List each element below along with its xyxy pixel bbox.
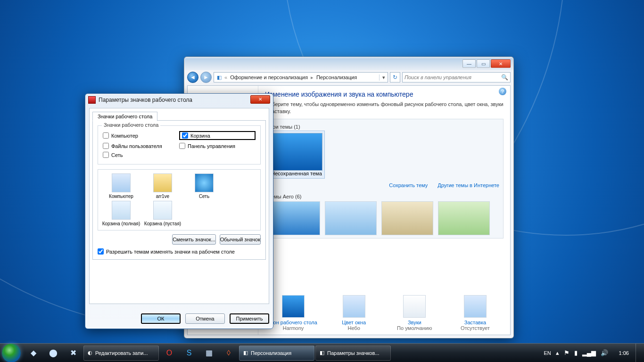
theme-item[interactable] — [325, 201, 377, 235]
sounds-link[interactable]: ЗвукиПо умолчанию — [386, 295, 443, 331]
more-themes-link[interactable]: Другие темы в Интернете — [438, 182, 499, 188]
pinned-opera-icon[interactable]: O — [160, 346, 179, 361]
theme-item[interactable] — [438, 201, 490, 235]
maximize-button[interactable]: ▭ — [477, 59, 490, 68]
aero-themes-label: Темы Aero (6) — [268, 194, 500, 199]
help-icon[interactable]: ? — [499, 88, 506, 95]
ok-button[interactable]: ОК — [141, 313, 181, 324]
search-input[interactable] — [405, 74, 501, 80]
task-personalization[interactable]: ◧Персонализация — [239, 346, 314, 361]
theme-name: Несохраненная тема — [271, 171, 322, 176]
tray-network-icon[interactable]: ▂▄▆ — [582, 349, 596, 356]
titlebar: — ▭ ✕ — [184, 57, 513, 70]
pinned-calculator-icon[interactable]: ▦ — [199, 346, 218, 361]
theme-thumb — [271, 133, 322, 171]
tab-desktop-icons[interactable]: Значки рабочего стола — [92, 112, 157, 121]
pinned-app-icon[interactable]: ✖ — [64, 346, 83, 361]
desktop-icons-dialog: Параметры значков рабочего стола ✕ Значк… — [85, 93, 273, 329]
allow-themes-checkbox[interactable]: Разрешить темам изменять значки на рабоч… — [98, 248, 261, 255]
search-box[interactable]: 🔍 — [402, 72, 511, 82]
apply-button[interactable]: Применить — [230, 313, 269, 324]
icon-computer[interactable]: Компьютер — [102, 173, 140, 199]
icon-recycle-full[interactable]: Корзина (полная) — [102, 201, 140, 226]
close-button[interactable]: ✕ — [491, 59, 511, 68]
pinned-steam-icon[interactable]: ◆ — [24, 346, 43, 361]
refresh-button[interactable]: ↻ — [390, 72, 400, 82]
tray-volume-icon[interactable]: 🔊 — [601, 349, 608, 356]
chk-control-panel[interactable]: Панель управления — [179, 143, 256, 149]
sounds-icon — [403, 295, 426, 318]
window-color-icon — [343, 295, 365, 318]
breadcrumb[interactable]: ◧ « Оформление и персонализация ▸ Персон… — [214, 72, 388, 82]
theme-item-selected[interactable]: Несохраненная тема — [268, 131, 325, 179]
dialog-close-button[interactable]: ✕ — [250, 95, 270, 104]
icon-recycle-empty[interactable]: Корзина (пустая) — [143, 201, 182, 226]
chk-user-files[interactable]: Файлы пользователя — [103, 143, 179, 149]
nav-bar: ◄ ► ◧ « Оформление и персонализация ▸ Пе… — [184, 70, 513, 84]
forward-button[interactable]: ► — [200, 72, 212, 83]
task-chrome[interactable]: ◐Редактировать запи... — [83, 346, 159, 361]
lang-indicator[interactable]: EN — [544, 350, 551, 356]
back-button[interactable]: ◄ — [187, 72, 198, 83]
screensaver-link[interactable]: ЗаставкаОтсутствует — [447, 295, 504, 331]
task-desktop-icons-dialog[interactable]: ◧Параметры значков... — [315, 346, 391, 361]
desktop-background-link[interactable]: Фон рабочего столаHarmony — [265, 295, 322, 331]
fieldset-legend: Значки рабочего стола — [102, 122, 160, 128]
theme-item[interactable] — [381, 201, 433, 235]
taskbar: ◆ ⬤ ✖ ◐Редактировать запи... O S ▦ ◊ ◧Пе… — [0, 343, 644, 362]
show-desktop-button[interactable] — [636, 344, 642, 362]
cancel-button[interactable]: Отмена — [185, 313, 225, 324]
page-subtext: Выберите тему, чтобы одновременно измени… — [265, 101, 504, 115]
chk-network[interactable]: Сеть — [103, 152, 179, 158]
screensaver-icon — [464, 295, 487, 318]
window-color-link[interactable]: Цвет окнаНебо — [326, 295, 382, 331]
pinned-skype-icon[interactable]: S — [180, 346, 198, 361]
dialog-titlebar: Параметры значков рабочего стола — [85, 94, 273, 106]
icon-network[interactable]: Сеть — [185, 173, 223, 199]
pinned-app2-icon[interactable]: ◊ — [219, 346, 238, 361]
dialog-icon — [88, 96, 96, 104]
tray-clock[interactable]: 1:06 — [613, 350, 629, 356]
minimize-button[interactable]: — — [462, 59, 476, 68]
tray-chevron-icon[interactable]: ▴ — [556, 349, 559, 356]
icon-preview-grid: Компьютер arr1ve Сеть Корзина (полная) К… — [98, 169, 261, 230]
start-button[interactable] — [2, 344, 21, 362]
breadcrumb-seg[interactable]: Персонализация — [314, 74, 360, 80]
main-pane: ? Изменение изображения и звука на компь… — [258, 86, 510, 335]
change-icon-button[interactable]: Сменить значок... — [172, 234, 216, 245]
search-icon: 🔍 — [501, 74, 508, 81]
save-theme-link[interactable]: Сохранить тему — [389, 182, 428, 188]
chk-computer[interactable]: Компьютер — [103, 131, 179, 140]
tray-battery-icon[interactable]: ▮ — [574, 349, 578, 356]
pinned-teamspeak-icon[interactable]: ⬤ — [44, 346, 63, 361]
theme-item[interactable] — [268, 201, 320, 235]
system-tray: EN ▴ ⚑ ▮ ▂▄▆ 🔊 1:06 — [540, 349, 633, 356]
my-themes-label: Мои темы (1) — [268, 124, 500, 130]
breadcrumb-dropdown[interactable]: ▾ — [379, 74, 388, 81]
tray-action-center-icon[interactable]: ⚑ — [564, 349, 570, 356]
breadcrumb-seg[interactable]: Оформление и персонализация — [227, 74, 311, 80]
dialog-title-text: Параметры значков рабочего стола — [99, 97, 192, 103]
icons-fieldset: Значки рабочего стола Компьютер Корзина … — [98, 125, 261, 165]
chk-recycle-bin[interactable]: Корзина — [179, 131, 256, 140]
desktop-bg-icon — [282, 295, 305, 318]
restore-default-button[interactable]: Обычный значок — [220, 234, 261, 245]
page-title: Изменение изображения и звука на компьют… — [265, 90, 504, 98]
icon-user-folder[interactable]: arr1ve — [143, 173, 182, 199]
